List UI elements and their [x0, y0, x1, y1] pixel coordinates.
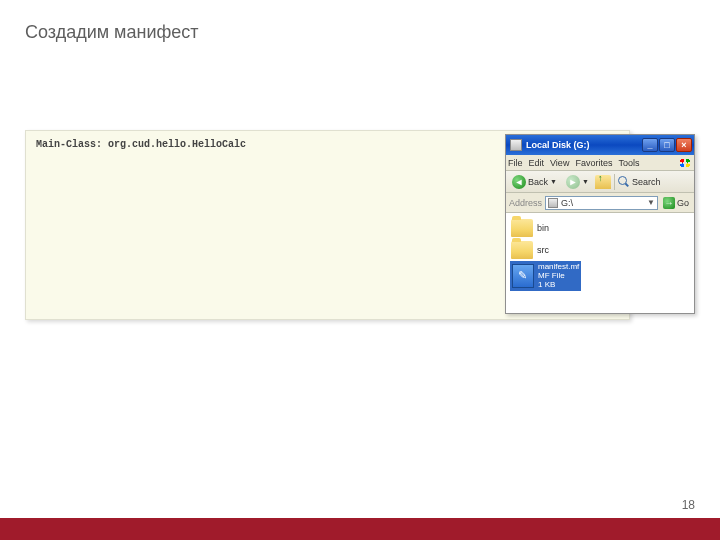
forward-arrow-icon: ►	[566, 175, 580, 189]
manifest-size: 1 KB	[538, 281, 579, 290]
address-label: Address	[509, 198, 542, 208]
titlebar[interactable]: Local Disk (G:) _ □ ×	[506, 135, 694, 155]
forward-chevron-icon: ▼	[582, 178, 589, 185]
menu-edit[interactable]: Edit	[529, 158, 545, 168]
minimize-button[interactable]: _	[642, 138, 658, 152]
back-arrow-icon: ◄	[512, 175, 526, 189]
address-dropdown-icon[interactable]: ▼	[647, 198, 655, 207]
list-item[interactable]: bin	[510, 217, 690, 239]
toolbar: ◄ Back ▼ ► ▼ Search	[506, 171, 694, 193]
menu-file[interactable]: File	[508, 158, 523, 168]
toolbar-separator	[614, 174, 615, 190]
address-field[interactable]: G:\ ▼	[545, 196, 658, 210]
slide-title: Создадим манифест	[25, 22, 199, 43]
footer-bar	[0, 518, 720, 540]
menu-tools[interactable]: Tools	[618, 158, 639, 168]
up-button[interactable]	[595, 175, 611, 189]
folder-icon	[511, 241, 533, 259]
windows-flag-icon	[678, 157, 692, 169]
back-button[interactable]: ◄ Back ▼	[509, 174, 560, 190]
file-list[interactable]: bin src manifest.mf MF File 1 KB	[506, 213, 694, 313]
manifest-file-details: manifest.mf MF File 1 KB	[538, 263, 579, 289]
folder-icon	[511, 219, 533, 237]
menubar: File Edit View Favorites Tools	[506, 155, 694, 171]
search-label: Search	[632, 177, 661, 187]
explorer-window: Local Disk (G:) _ □ × File Edit View Fav…	[505, 134, 695, 314]
search-button[interactable]: Search	[618, 176, 661, 188]
go-label: Go	[677, 198, 689, 208]
maximize-button[interactable]: □	[659, 138, 675, 152]
drive-small-icon	[548, 198, 558, 208]
folder-bin-label: bin	[537, 223, 549, 233]
back-label: Back	[528, 177, 548, 187]
close-button[interactable]: ×	[676, 138, 692, 152]
forward-button[interactable]: ► ▼	[563, 174, 592, 190]
list-item[interactable]: src	[510, 239, 690, 261]
folder-src-label: src	[537, 245, 549, 255]
go-button[interactable]: → Go	[661, 196, 691, 210]
menu-favorites[interactable]: Favorites	[575, 158, 612, 168]
window-title: Local Disk (G:)	[526, 140, 642, 150]
list-item-selected[interactable]: manifest.mf MF File 1 KB	[510, 261, 581, 291]
address-path: G:\	[561, 198, 573, 208]
go-arrow-icon: →	[663, 197, 675, 209]
content-area: Main-Class: org.cud.hello.HelloCalc Loca…	[25, 130, 695, 320]
menu-view[interactable]: View	[550, 158, 569, 168]
back-chevron-icon: ▼	[550, 178, 557, 185]
drive-icon	[510, 139, 522, 151]
addressbar: Address G:\ ▼ → Go	[506, 193, 694, 213]
search-icon	[618, 176, 630, 188]
manifest-file-icon	[512, 264, 534, 288]
page-number: 18	[682, 498, 695, 512]
